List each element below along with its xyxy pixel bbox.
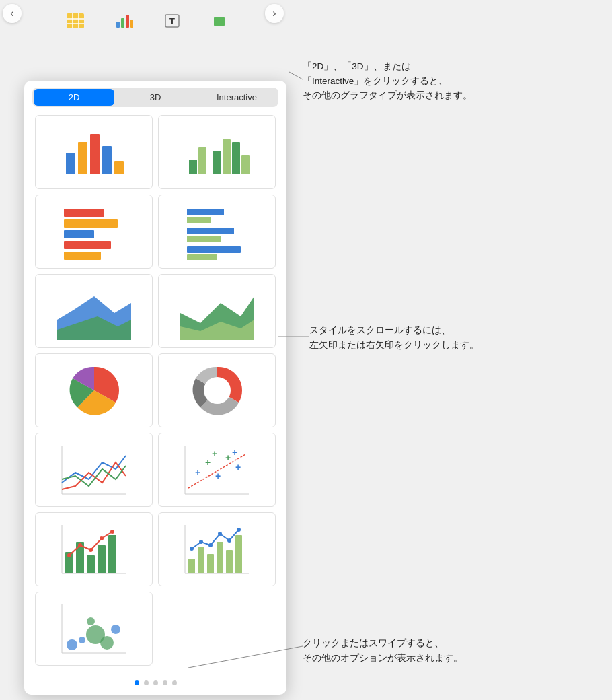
chart-option-bubble[interactable]	[35, 592, 153, 666]
svg-point-39	[204, 377, 231, 404]
scroll-left-arrow[interactable]: ‹	[3, 4, 22, 23]
annotation-bottom: クリックまたはスワイプすると、その他のオプションが表示されます。	[303, 636, 558, 665]
svg-point-62	[100, 536, 104, 540]
svg-rect-24	[64, 219, 118, 228]
svg-rect-12	[66, 153, 75, 174]
svg-rect-71	[235, 535, 242, 573]
svg-rect-66	[188, 559, 195, 573]
chart-option-area-2[interactable]	[158, 274, 276, 348]
svg-rect-11	[214, 17, 225, 26]
chart-option-bar-vertical-2[interactable]	[158, 115, 276, 189]
scroll-right-arrow[interactable]: ›	[265, 4, 284, 23]
svg-point-84	[111, 625, 120, 634]
svg-text:+: +	[232, 447, 237, 458]
svg-rect-5	[116, 22, 120, 28]
svg-rect-56	[87, 555, 95, 573]
svg-rect-25	[64, 230, 94, 238]
svg-point-61	[89, 548, 93, 552]
chart-type-panel: 2D 3D Interactive	[24, 81, 286, 695]
chart-option-line[interactable]	[35, 433, 153, 507]
svg-rect-20	[223, 139, 231, 174]
svg-point-77	[237, 528, 241, 532]
svg-rect-57	[98, 545, 106, 573]
svg-rect-23	[64, 209, 104, 217]
segment-3d[interactable]: 3D	[115, 89, 196, 106]
chart-option-bar-vertical-1[interactable]	[35, 115, 153, 189]
svg-rect-29	[187, 217, 211, 223]
text-icon: T	[163, 13, 182, 29]
svg-rect-70	[226, 550, 233, 573]
svg-rect-67	[198, 547, 204, 573]
table-icon	[66, 13, 85, 29]
svg-rect-31	[187, 236, 221, 242]
svg-text:T: T	[169, 16, 175, 26]
svg-rect-15	[102, 146, 112, 174]
svg-point-73	[199, 540, 203, 544]
toolbar-table-button[interactable]	[52, 3, 99, 42]
svg-rect-7	[126, 15, 129, 28]
pagination-dot-3[interactable]	[153, 680, 158, 685]
svg-rect-68	[207, 554, 214, 573]
chart-option-pie[interactable]	[35, 353, 153, 427]
chart-option-bar-horizontal-2[interactable]	[158, 195, 276, 269]
svg-rect-26	[64, 241, 111, 249]
svg-text:+: +	[212, 448, 217, 459]
svg-point-83	[100, 636, 114, 650]
svg-text:+: +	[235, 462, 241, 473]
chart-option-combo-1[interactable]	[35, 512, 153, 586]
svg-line-86	[289, 72, 303, 79]
pagination-dot-2[interactable]	[144, 680, 149, 685]
svg-rect-30	[187, 228, 234, 234]
pagination-dots	[24, 674, 286, 695]
svg-rect-27	[64, 252, 101, 260]
chart-type-grid: + + + + + + +	[24, 112, 286, 674]
svg-rect-69	[217, 542, 223, 573]
svg-rect-28	[187, 209, 224, 215]
svg-rect-6	[121, 18, 124, 28]
svg-point-85	[87, 617, 95, 625]
svg-rect-0	[67, 13, 84, 28]
svg-rect-8	[130, 20, 133, 28]
chart-option-area-1[interactable]	[35, 274, 153, 348]
chart-mode-segment: 2D 3D Interactive	[32, 88, 278, 107]
pagination-dot-4[interactable]	[163, 680, 167, 685]
shape-icon	[211, 13, 230, 29]
svg-rect-18	[198, 147, 206, 174]
svg-text:+: +	[205, 457, 211, 468]
svg-point-63	[110, 530, 114, 534]
svg-point-80	[67, 639, 77, 650]
toolbar-shape-button[interactable]	[197, 3, 244, 42]
svg-rect-58	[108, 535, 116, 573]
svg-rect-22	[241, 155, 250, 174]
chart-icon	[114, 13, 133, 29]
toolbar: T	[0, 0, 296, 44]
svg-rect-13	[78, 142, 87, 174]
svg-rect-17	[189, 160, 197, 174]
svg-rect-32	[187, 246, 241, 253]
svg-rect-14	[90, 134, 100, 174]
svg-rect-16	[114, 161, 124, 174]
toolbar-text-button[interactable]: T	[149, 3, 196, 42]
toolbar-chart-button[interactable]	[100, 3, 147, 42]
svg-rect-19	[213, 151, 221, 174]
annotation-middle: スタイルをスクロールするには、左矢印または右矢印をクリックします。	[309, 323, 565, 352]
svg-text:+: +	[195, 467, 200, 478]
svg-rect-33	[187, 254, 217, 260]
svg-point-74	[208, 543, 213, 547]
svg-point-76	[227, 538, 231, 542]
chart-option-bar-horizontal-1[interactable]	[35, 195, 153, 269]
svg-point-59	[67, 553, 71, 557]
segment-2d[interactable]: 2D	[34, 89, 114, 106]
svg-rect-21	[232, 142, 240, 174]
svg-point-75	[218, 532, 222, 536]
pagination-dot-5[interactable]	[172, 680, 177, 685]
svg-point-81	[79, 637, 85, 643]
svg-text:+: +	[225, 452, 231, 463]
annotation-top: 「2D」、「3D」、または「Interactive」をクリックすると、その他のグ…	[303, 59, 558, 103]
chart-option-combo-2[interactable]	[158, 512, 276, 586]
svg-point-60	[78, 543, 82, 547]
chart-option-scatter[interactable]: + + + + + + +	[158, 433, 276, 507]
segment-interactive[interactable]: Interactive	[196, 89, 277, 106]
chart-option-donut[interactable]	[158, 353, 276, 427]
pagination-dot-1[interactable]	[135, 680, 139, 685]
